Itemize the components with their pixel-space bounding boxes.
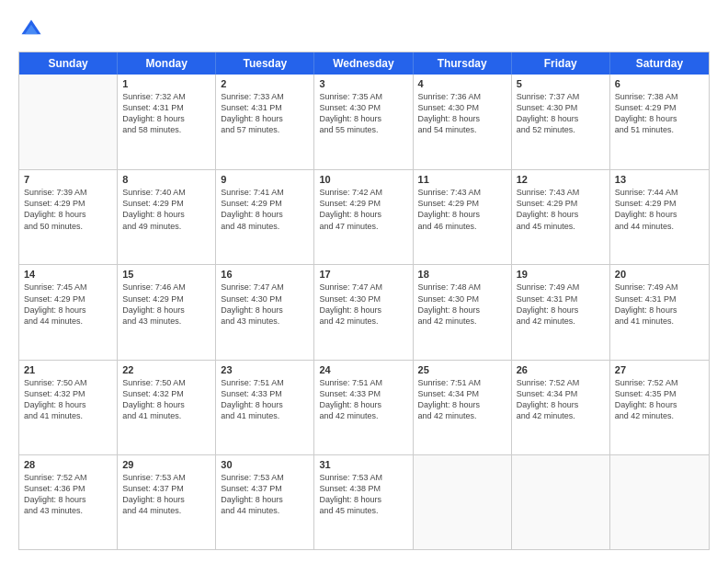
cell-line: Daylight: 8 hours	[122, 209, 210, 220]
day-number: 30	[221, 459, 309, 470]
cell-line: Sunset: 4:34 PM	[517, 388, 605, 399]
cell-line: Sunrise: 7:35 AM	[319, 91, 407, 102]
calendar-header: SundayMondayTuesdayWednesdayThursdayFrid…	[19, 52, 709, 75]
cell-line: Sunset: 4:31 PM	[221, 102, 309, 113]
calendar-cell: 30Sunrise: 7:53 AMSunset: 4:37 PMDayligh…	[216, 455, 314, 549]
cell-line: Sunrise: 7:53 AM	[319, 472, 407, 483]
calendar-row: 1Sunrise: 7:32 AMSunset: 4:31 PMDaylight…	[19, 75, 709, 169]
cell-line: and 41 minutes.	[122, 410, 210, 421]
calendar-cell: 29Sunrise: 7:53 AMSunset: 4:37 PMDayligh…	[118, 455, 216, 549]
cell-line: Daylight: 8 hours	[24, 304, 112, 316]
cell-line: Sunset: 4:31 PM	[517, 293, 605, 304]
cell-line: Daylight: 8 hours	[221, 494, 309, 505]
cell-line: Sunset: 4:30 PM	[221, 293, 309, 304]
calendar-cell: 4Sunrise: 7:36 AMSunset: 4:30 PMDaylight…	[414, 75, 512, 169]
cell-line: Sunrise: 7:52 AM	[517, 377, 605, 388]
cell-line: and 42 minutes.	[615, 410, 704, 421]
cell-line: Sunset: 4:37 PM	[221, 483, 309, 494]
day-number: 10	[319, 174, 407, 185]
calendar-cell	[610, 455, 709, 549]
cell-line: Daylight: 8 hours	[122, 494, 210, 505]
cell-line: and 54 minutes.	[418, 124, 506, 135]
calendar-cell: 22Sunrise: 7:50 AMSunset: 4:32 PMDayligh…	[118, 361, 216, 454]
cell-line: Daylight: 8 hours	[615, 113, 704, 124]
calendar-cell: 23Sunrise: 7:51 AMSunset: 4:33 PMDayligh…	[216, 361, 314, 454]
cell-line: Daylight: 8 hours	[517, 304, 605, 316]
calendar-cell: 24Sunrise: 7:51 AMSunset: 4:33 PMDayligh…	[314, 361, 413, 454]
cell-line: Sunrise: 7:50 AM	[24, 377, 112, 388]
cell-line: and 41 minutes.	[24, 410, 112, 421]
cell-line: and 44 minutes.	[615, 221, 704, 232]
cell-line: Sunrise: 7:39 AM	[24, 187, 112, 198]
cell-line: Daylight: 8 hours	[24, 494, 112, 505]
calendar-cell: 13Sunrise: 7:44 AMSunset: 4:29 PMDayligh…	[610, 170, 709, 264]
calendar-cell: 28Sunrise: 7:52 AMSunset: 4:36 PMDayligh…	[19, 455, 118, 549]
day-number: 5	[517, 78, 605, 89]
calendar-cell: 7Sunrise: 7:39 AMSunset: 4:29 PMDaylight…	[19, 170, 118, 264]
cell-line: and 42 minutes.	[319, 316, 407, 327]
cell-line: and 45 minutes.	[319, 505, 407, 516]
cell-line: Sunset: 4:30 PM	[319, 293, 407, 304]
day-number: 31	[319, 459, 407, 470]
cell-line: Sunrise: 7:52 AM	[615, 377, 704, 388]
calendar-row: 7Sunrise: 7:39 AMSunset: 4:29 PMDaylight…	[19, 169, 709, 264]
calendar-row: 14Sunrise: 7:45 AMSunset: 4:29 PMDayligh…	[19, 264, 709, 359]
cell-line: and 52 minutes.	[517, 124, 605, 135]
calendar-cell: 18Sunrise: 7:48 AMSunset: 4:30 PMDayligh…	[414, 265, 512, 359]
header-day-sunday: Sunday	[19, 52, 118, 75]
calendar-cell: 9Sunrise: 7:41 AMSunset: 4:29 PMDaylight…	[216, 170, 314, 264]
cell-line: Sunrise: 7:41 AM	[221, 187, 309, 198]
calendar-cell: 15Sunrise: 7:46 AMSunset: 4:29 PMDayligh…	[118, 265, 216, 359]
cell-line: Sunset: 4:29 PM	[24, 198, 112, 209]
cell-line: Sunset: 4:32 PM	[122, 388, 210, 399]
header-day-wednesday: Wednesday	[314, 52, 413, 75]
cell-line: Sunset: 4:29 PM	[615, 198, 704, 209]
cell-line: and 43 minutes.	[221, 316, 309, 327]
cell-line: Daylight: 8 hours	[615, 209, 704, 220]
day-number: 11	[418, 174, 506, 185]
calendar-cell: 21Sunrise: 7:50 AMSunset: 4:32 PMDayligh…	[19, 361, 118, 454]
header	[18, 17, 710, 42]
cell-line: Daylight: 8 hours	[418, 304, 506, 316]
calendar-cell: 25Sunrise: 7:51 AMSunset: 4:34 PMDayligh…	[414, 361, 512, 454]
cell-line: Daylight: 8 hours	[319, 209, 407, 220]
cell-line: Sunrise: 7:47 AM	[221, 282, 309, 293]
day-number: 13	[615, 174, 704, 185]
cell-line: Daylight: 8 hours	[418, 209, 506, 220]
calendar-cell: 20Sunrise: 7:49 AMSunset: 4:31 PMDayligh…	[610, 265, 709, 359]
cell-line: Sunset: 4:33 PM	[319, 388, 407, 399]
calendar-cell	[414, 455, 512, 549]
calendar-cell: 19Sunrise: 7:49 AMSunset: 4:31 PMDayligh…	[512, 265, 610, 359]
cell-line: Daylight: 8 hours	[517, 113, 605, 124]
cell-line: Daylight: 8 hours	[319, 304, 407, 316]
cell-line: Sunrise: 7:48 AM	[418, 282, 506, 293]
cell-line: Daylight: 8 hours	[221, 399, 309, 410]
cell-line: Daylight: 8 hours	[24, 209, 112, 220]
cell-line: Sunrise: 7:52 AM	[24, 472, 112, 483]
cell-line: and 46 minutes.	[418, 221, 506, 232]
day-number: 22	[122, 364, 210, 375]
cell-line: Sunrise: 7:49 AM	[615, 282, 704, 293]
header-day-friday: Friday	[512, 52, 610, 75]
day-number: 20	[615, 269, 704, 280]
cell-line: and 48 minutes.	[221, 221, 309, 232]
calendar-cell: 10Sunrise: 7:42 AMSunset: 4:29 PMDayligh…	[314, 170, 413, 264]
day-number: 4	[418, 78, 506, 89]
day-number: 21	[24, 364, 112, 375]
cell-line: Sunrise: 7:38 AM	[615, 91, 704, 102]
day-number: 8	[122, 174, 210, 185]
cell-line: Daylight: 8 hours	[418, 113, 506, 124]
cell-line: Sunset: 4:29 PM	[418, 198, 506, 209]
cell-line: Daylight: 8 hours	[517, 399, 605, 410]
calendar: SundayMondayTuesdayWednesdayThursdayFrid…	[18, 52, 710, 550]
cell-line: Sunrise: 7:44 AM	[615, 187, 704, 198]
day-number: 27	[615, 364, 704, 375]
header-day-monday: Monday	[118, 52, 216, 75]
day-number: 25	[418, 364, 506, 375]
cell-line: Sunset: 4:29 PM	[24, 293, 112, 304]
day-number: 23	[221, 364, 309, 375]
cell-line: Daylight: 8 hours	[319, 399, 407, 410]
cell-line: and 47 minutes.	[319, 221, 407, 232]
day-number: 19	[517, 269, 605, 280]
cell-line: Daylight: 8 hours	[221, 304, 309, 316]
